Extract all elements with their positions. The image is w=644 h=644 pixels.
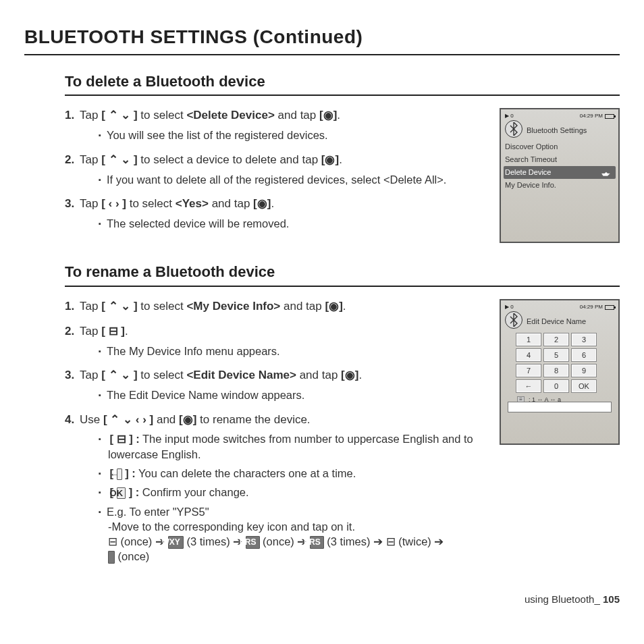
menu-item: My Device Info. xyxy=(504,179,616,192)
arrow-right-icon: ➔ xyxy=(373,535,386,547)
keypad-key: 2 xyxy=(543,333,569,346)
device-figure-settings: ▶ 0 04:29 PM Bluetooth Settings Discover… xyxy=(500,108,620,243)
status-left: ▶ 0 xyxy=(505,113,514,120)
keypad-key: 9 xyxy=(571,364,597,377)
hand-cursor-icon xyxy=(599,169,614,177)
keypad-key: 7 xyxy=(516,364,541,377)
step-bullet: [ ⊟ ] : The input mode switches from num… xyxy=(99,431,487,462)
step: 3.Tap [ ‹ › ] to select <Yes> and tap [◉… xyxy=(65,196,487,231)
keypad-key: 4 xyxy=(516,348,541,362)
keypad-key: 1 xyxy=(516,333,541,346)
delete-steps: 1.Tap [ ⌃ ⌄ ] to select <Delete Device> … xyxy=(65,108,487,231)
step-bullet: [ OK ] : Confirm your change. xyxy=(99,485,487,500)
step: 2.Tap [ ⌃ ⌄ ] to select a device to dele… xyxy=(65,153,487,187)
keypad-key: ← xyxy=(516,379,541,393)
step-bullet: You will see the list of the registered … xyxy=(99,128,487,142)
device-figure-keypad: ▶ 0 04:29 PM Edit Device Name 1 2 3 4 5 xyxy=(500,299,620,445)
device-keypad: 1 2 3 4 5 6 7 8 9 ← 0 OK xyxy=(516,333,597,393)
keypad-key: 5 xyxy=(543,348,569,362)
keypad-key: OK xyxy=(571,379,597,393)
keypad-key: 0 xyxy=(543,379,569,393)
key-chip: WXY xyxy=(168,536,184,549)
device-menu: Discover Option Search Timeout Delete De… xyxy=(504,140,616,192)
step-bullet: If you want to delete all of the registe… xyxy=(99,172,487,187)
battery-icon xyxy=(605,114,614,119)
key-chip: PRS xyxy=(310,536,324,549)
menu-glyph-icon: ⊟ xyxy=(108,535,117,547)
menu-item-selected: Delete Device xyxy=(504,166,616,179)
step: 3.Tap [ ⌃ ⌄ ] to select <Edit Device Nam… xyxy=(65,368,487,402)
step: 1.Tap [ ⌃ ⌄ ] to select <Delete Device> … xyxy=(65,108,487,142)
step-bullet: The Edit Device Name window appears. xyxy=(99,387,487,402)
keypad-key: 8 xyxy=(543,364,569,377)
keypad-key: 6 xyxy=(571,348,597,362)
key-chip: PRS xyxy=(246,536,260,549)
bluetooth-icon xyxy=(505,120,522,138)
keypad-key: 3 xyxy=(571,333,597,346)
arrow-right-icon: ➔ xyxy=(434,535,444,547)
step-bullet-example: E.g. To enter "YPS5"-Move to the corresp… xyxy=(99,504,487,564)
step: 1.Tap [ ⌃ ⌄ ] to select <My Device Info>… xyxy=(65,299,487,315)
menu-item: Search Timeout xyxy=(504,153,616,166)
menu-glyph-icon: ⊟ xyxy=(386,535,396,547)
back-key-icon: ← xyxy=(117,468,122,480)
page-footer: using Bluetooth_ 105 xyxy=(24,593,620,606)
device-title: Bluetooth Settings xyxy=(527,126,587,136)
status-time: 04:29 PM xyxy=(580,304,603,311)
step: 4.Use [ ⌃ ⌄ ‹ › ] and [◉] to rename the … xyxy=(65,412,487,564)
battery-icon xyxy=(605,305,614,310)
status-time: 04:29 PM xyxy=(580,113,603,120)
step-bullet: [ ← ] : You can delete the characters on… xyxy=(99,466,487,481)
section-heading-delete: To delete a Bluetooth device xyxy=(65,72,620,97)
title-rule xyxy=(24,54,620,55)
bluetooth-icon xyxy=(505,311,522,329)
status-left: ▶ 0 xyxy=(505,304,514,311)
step-bullet: The selected device will be removed. xyxy=(99,216,487,231)
key-chip: 5 xyxy=(108,551,115,564)
step: 2.Tap [ ⊟ ]. The My Device Info menu app… xyxy=(65,324,487,358)
device-text-input xyxy=(508,402,612,412)
menu-item: Discover Option xyxy=(504,140,616,153)
device-title: Edit Device Name xyxy=(527,317,586,327)
section-heading-rename: To rename a Bluetooth device xyxy=(65,262,620,287)
step-bullet: The My Device Info menu appears. xyxy=(99,344,487,358)
rename-steps: 1.Tap [ ⌃ ⌄ ] to select <My Device Info>… xyxy=(65,299,487,564)
ok-key-icon: OK xyxy=(117,487,126,499)
page-title: BLUETOOTH SETTINGS (Continued) xyxy=(24,24,620,50)
